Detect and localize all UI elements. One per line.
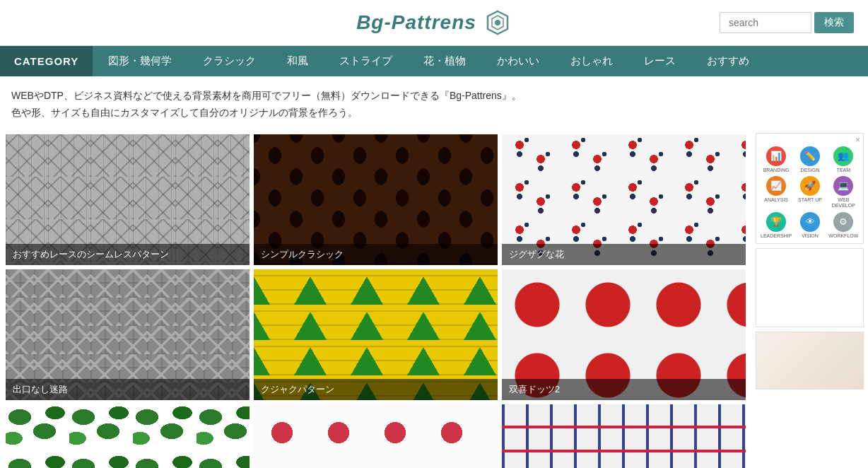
ad-icon-label: START UP — [798, 197, 822, 203]
ad-icon-label: ANALYSIS — [764, 197, 788, 203]
sidebar-item-recommended[interactable]: おすすめ — [691, 46, 765, 76]
svg-point-2 — [495, 20, 500, 25]
ad-tile-image2 — [756, 332, 863, 389]
logo-area: Bg-Pattrens — [356, 8, 512, 37]
list-item[interactable] — [254, 404, 498, 468]
grid-item-label: おすすめレースのシームレスパターン — [6, 244, 250, 265]
sidebar-item-japanese[interactable]: 和風 — [271, 46, 324, 76]
grid-item-label: シンプルクラシック — [254, 244, 498, 265]
header: Bg-Pattrens 検索 — [0, 0, 868, 46]
sidebar-item-stripe[interactable]: ストライプ — [324, 46, 408, 76]
ad-icon-label: BRANDING — [763, 168, 790, 173]
ad-icon-startup: 🚀 START UP — [794, 176, 825, 209]
close-icon[interactable]: × — [855, 135, 860, 145]
hexagon-icon — [483, 8, 512, 37]
sidebar-item-stylish[interactable]: おしゃれ — [555, 46, 628, 76]
ad-icon-design: ✏️ DESIGN — [794, 146, 825, 173]
list-item[interactable]: シンプルクラシック — [254, 134, 498, 265]
main-layout: おすすめレースのシームレスパターン シンプルクラシック ジグザグな花 出口なし迷… — [0, 129, 868, 468]
grid-item-label: 双喜ドッツ2 — [502, 379, 746, 400]
list-item[interactable]: 双喜ドッツ2 — [502, 269, 746, 400]
ad-icon-label: WORKFLOW — [828, 233, 858, 239]
ad-tile-image1 — [756, 249, 863, 327]
grid-item-label: クジャクパターン — [254, 379, 498, 400]
list-item[interactable]: 出口なし迷路 — [6, 269, 250, 400]
list-item[interactable] — [502, 404, 746, 468]
ad-box-tile2 — [756, 332, 864, 390]
list-item[interactable]: おすすめレースのシームレスパターン — [6, 134, 250, 265]
logo-text: Bg-Pattrens — [356, 11, 476, 34]
ad-icon-label: LEADERSHIP — [761, 233, 792, 239]
nav-items: 図形・幾何学 クラシック 和風 ストライプ 花・植物 かわいい おしゃれ レース… — [93, 46, 765, 76]
ad-icon-analysis: 📈 ANALYSIS — [761, 176, 792, 209]
search-button[interactable]: 検索 — [814, 12, 854, 33]
description-line1: WEBやDTP、ビジネス資料などで使える背景素材を商用可でフリー（無料）ダウンロ… — [11, 88, 857, 105]
search-input[interactable] — [720, 12, 811, 33]
ad-box-icons: × 📊 BRANDING ✏️ DESIGN 👥 TEAM 📈 ANALYSIS — [756, 133, 864, 245]
pattern-grid: おすすめレースのシームレスパターン シンプルクラシック ジグザグな花 出口なし迷… — [6, 134, 746, 468]
sidebar-item-cute[interactable]: かわいい — [481, 46, 555, 76]
ad-icon-vision: 👁 VISION — [794, 212, 825, 239]
ad-icon-team: 👥 TEAM — [828, 146, 859, 173]
ad-icon-label: VISION — [802, 233, 819, 239]
sidebar-item-geometry[interactable]: 図形・幾何学 — [93, 46, 187, 76]
ad-box-tile — [756, 248, 864, 327]
nav-bar: CATEGORY 図形・幾何学 クラシック 和風 ストライプ 花・植物 かわいい… — [0, 46, 868, 76]
list-item[interactable] — [6, 404, 250, 468]
description: WEBやDTP、ビジネス資料などで使える背景素材を商用可でフリー（無料）ダウンロ… — [0, 76, 868, 129]
ad-icon-leadership: 🏆 LEADERSHIP — [761, 212, 792, 239]
ad-icon-branding: 📊 BRANDING — [761, 146, 792, 173]
description-line2: 色や形、サイズも自由にカスタマイズして自分のオリジナルの背景を作ろう。 — [11, 105, 857, 122]
search-area: 検索 — [720, 12, 854, 33]
sidebar-ad: × 📊 BRANDING ✏️ DESIGN 👥 TEAM 📈 ANALYSIS — [751, 129, 868, 468]
ad-icon-label: DESIGN — [801, 168, 820, 173]
list-item[interactable]: クジャクパターン — [254, 269, 498, 400]
grid-area: おすすめレースのシームレスパターン シンプルクラシック ジグザグな花 出口なし迷… — [0, 129, 751, 468]
ad-icon-label: WEB DEVELOP — [828, 197, 859, 209]
nav-category-label: CATEGORY — [0, 46, 93, 76]
ad-icon-label: TEAM — [837, 168, 850, 173]
grid-item-label: ジグザグな花 — [502, 244, 746, 265]
sidebar-item-lace[interactable]: レース — [628, 46, 691, 76]
grid-item-label: 出口なし迷路 — [6, 379, 250, 400]
sidebar-item-flower[interactable]: 花・植物 — [408, 46, 481, 76]
ad-icon-grid: 📊 BRANDING ✏️ DESIGN 👥 TEAM 📈 ANALYSIS 🚀 — [756, 134, 863, 244]
ad-icon-webdev: 💻 WEB DEVELOP — [828, 176, 859, 209]
ad-icon-workflow: ⚙ WORKFLOW — [828, 212, 859, 239]
sidebar-item-classic[interactable]: クラシック — [187, 46, 271, 76]
list-item[interactable]: ジグザグな花 — [502, 134, 746, 265]
